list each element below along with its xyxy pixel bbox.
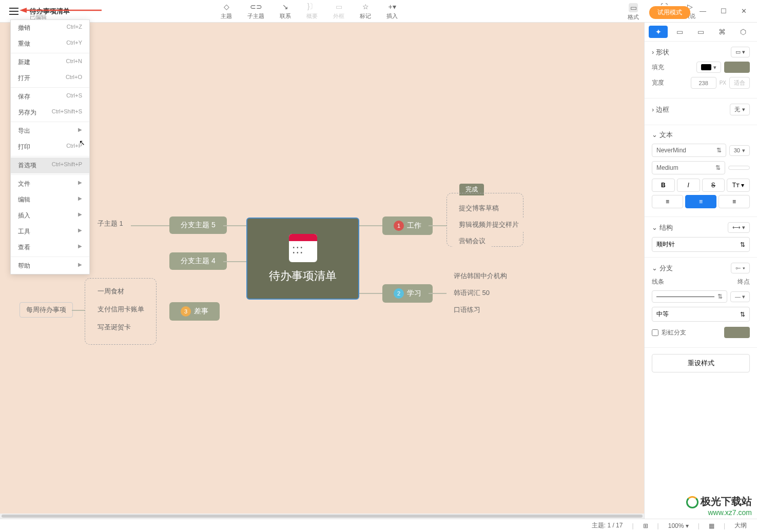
menu-tools[interactable]: 工具▶	[11, 224, 89, 240]
tab-note[interactable]: ▭	[691, 26, 710, 38]
rainbow-checkbox[interactable]: 彩虹分支	[652, 328, 686, 337]
tb-summary: }〕概要	[306, 2, 318, 20]
cursor-pointer-icon: ↖	[79, 139, 85, 147]
status-bar: 主题: 1 / 17| ⊞| 100% ▾| ▦| 大纲	[0, 519, 757, 532]
format-panel: ✦ ▭ ▭ ⌘ ⬡ › 形状 ▭ ▾ 填充 ▾ 宽度 PX 适合 › 边框 无 …	[644, 23, 757, 519]
menu-insert[interactable]: 插入▶	[11, 208, 89, 224]
study-item-1[interactable]: 韩语词汇 50	[448, 286, 496, 300]
width-input[interactable]	[691, 77, 716, 89]
align-center-button[interactable]: ≡	[685, 195, 716, 208]
menu-open[interactable]: 打开Ctrl+O	[11, 70, 89, 86]
structure-direction-select[interactable]: 顺时针⇅	[652, 237, 750, 252]
reset-style-button[interactable]: 重设样式	[652, 354, 750, 372]
errand-item-2[interactable]: 写圣诞贺卡	[91, 320, 137, 334]
close-icon[interactable]: ✕	[741, 7, 747, 15]
horizontal-scrollbar[interactable]	[0, 514, 644, 519]
main-menu-dropdown: 撤销Ctrl+Z 重做Ctrl+Y 新建Ctrl+N 打开Ctrl+O 保存Ct…	[10, 19, 90, 274]
section-branch: ⌄ 分支 ⟜ ▾ 线条终点 ⇅ — ▾ 中等⇅ 彩虹分支	[645, 258, 757, 348]
menu-saveas[interactable]: 另存为Ctrl+Shift+S	[11, 105, 89, 121]
menu-file[interactable]: 文件▶	[11, 176, 89, 192]
border-select[interactable]: 无 ▾	[730, 104, 750, 115]
fill-color-preview[interactable]	[724, 62, 750, 73]
badge-1-icon: 1	[394, 221, 404, 231]
tab-slide[interactable]: ▭	[670, 26, 689, 38]
tb-relation[interactable]: ↘联系	[280, 2, 291, 20]
tab-info[interactable]: ⌘	[712, 26, 731, 38]
tb-format[interactable]: ▭格式	[628, 3, 639, 21]
tab-more[interactable]: ⬡	[734, 26, 753, 38]
bold-button[interactable]: B	[652, 179, 675, 192]
text-style-row: B I S Tᴛ ▾	[652, 179, 750, 192]
badge-2-icon: 2	[394, 288, 404, 299]
shape-select[interactable]: ▭ ▾	[731, 47, 750, 57]
section-structure: ⌄ 结构 ⟷ ▾ 顺时针⇅	[645, 217, 757, 258]
align-left-button[interactable]: ≡	[652, 195, 683, 208]
trial-mode-button[interactable]: 试用模式	[649, 6, 690, 19]
width-fit[interactable]: 适合	[729, 77, 750, 89]
italic-button[interactable]: I	[677, 179, 700, 192]
branch-style-select[interactable]: ⟜ ▾	[731, 263, 750, 273]
study-item-0[interactable]: 评估韩国中介机构	[448, 269, 513, 283]
subtopic-1[interactable]: 子主题 1	[91, 216, 129, 231]
menu-save[interactable]: 保存Ctrl+S	[11, 89, 89, 105]
status-overview-icon[interactable]: ▦	[709, 522, 714, 529]
branch-study[interactable]: 2 学习	[382, 284, 433, 303]
maximize-icon[interactable]: ☐	[721, 7, 727, 15]
central-topic[interactable]: 待办事项清单	[246, 218, 359, 300]
fill-color-select[interactable]: ▾	[696, 62, 721, 73]
tb-subtopic[interactable]: ⊂⊃子主题	[247, 2, 264, 20]
section-border: › 边框 无 ▾	[645, 98, 757, 125]
align-right-button[interactable]: ≡	[719, 195, 750, 208]
work-item-0[interactable]: 提交博客草稿	[453, 201, 505, 215]
menu-preferences[interactable]: 首选项Ctrl+Shift+P	[11, 157, 89, 173]
menu-print[interactable]: 打印Ctrl+P	[11, 139, 89, 155]
font-color-select[interactable]	[728, 166, 750, 170]
central-title: 待办事项清单	[269, 268, 337, 284]
menu-view[interactable]: 查看▶	[11, 240, 89, 255]
status-zoom[interactable]: 100% ▾	[668, 522, 689, 529]
font-family-select[interactable]: NeverMind⇅	[652, 144, 726, 157]
text-align-row: ≡ ≡ ≡	[652, 195, 750, 208]
menu-export[interactable]: 导出▶	[11, 123, 89, 139]
section-text: ⌄ 文本 NeverMind⇅ 30 ▾ Medium⇅ B I S Tᴛ ▾ …	[645, 125, 757, 217]
branch-work[interactable]: 1 工作	[382, 216, 433, 235]
branch-5[interactable]: 分支主题 5	[169, 216, 227, 234]
menu-undo[interactable]: 撤销Ctrl+Z	[11, 20, 89, 36]
errand-item-0[interactable]: 一周食材	[91, 284, 130, 299]
study-item-2[interactable]: 口语练习	[448, 303, 487, 317]
section-shape: › 形状 ▭ ▾ 填充 ▾ 宽度 PX 适合	[645, 42, 757, 98]
panel-tabs: ✦ ▭ ▭ ⌘ ⬡	[645, 23, 757, 42]
structure-icon-select[interactable]: ⟷ ▾	[728, 222, 750, 233]
tab-style[interactable]: ✦	[649, 26, 668, 38]
font-size-select[interactable]: 30 ▾	[729, 145, 750, 156]
tb-marker[interactable]: ☆标记	[360, 2, 371, 20]
mindmap-canvas[interactable]: 待办事项清单 分支主题 5 分支主题 4 子主题 1 3 差事 一周食材 支付信…	[0, 23, 644, 519]
strike-button[interactable]: S	[702, 179, 725, 192]
tb-insert[interactable]: +▾插入	[386, 2, 398, 20]
status-map-icon[interactable]: ⊞	[643, 522, 648, 529]
svg-marker-1	[20, 8, 27, 13]
line-end-select[interactable]: — ▾	[730, 291, 750, 302]
case-button[interactable]: Tᴛ ▾	[727, 179, 750, 192]
font-weight-select[interactable]: Medium⇅	[652, 161, 725, 174]
weekly-todo[interactable]: 每周待办事项	[20, 302, 73, 318]
work-item-2[interactable]: 营销会议	[453, 234, 492, 248]
work-item-1[interactable]: 剪辑视频并提交样片	[453, 218, 525, 232]
menu-edit[interactable]: 编辑▶	[11, 192, 89, 208]
badge-3-icon: 3	[181, 306, 191, 317]
line-thickness-select[interactable]: 中等⇅	[652, 307, 750, 322]
rainbow-color[interactable]	[724, 327, 750, 338]
calendar-icon	[289, 234, 317, 262]
branch-4[interactable]: 分支主题 4	[169, 252, 227, 270]
errand-item-1[interactable]: 支付信用卡账单	[91, 302, 150, 317]
status-outline[interactable]: 大纲	[734, 521, 747, 530]
minimize-icon[interactable]: —	[700, 7, 706, 15]
watermark-logo-icon	[686, 496, 698, 508]
toolbar-center: ◇主题 ⊂⊃子主题 ↘联系 }〕概要 ▭外框 ☆标记 +▾插入	[221, 2, 398, 20]
line-style-select[interactable]: ⇅	[652, 290, 727, 303]
tb-topic[interactable]: ◇主题	[221, 2, 232, 20]
branch-errand[interactable]: 3 差事	[169, 302, 220, 321]
menu-new[interactable]: 新建Ctrl+N	[11, 54, 89, 70]
menu-help[interactable]: 帮助▶	[11, 258, 89, 274]
menu-redo[interactable]: 重做Ctrl+Y	[11, 36, 89, 52]
